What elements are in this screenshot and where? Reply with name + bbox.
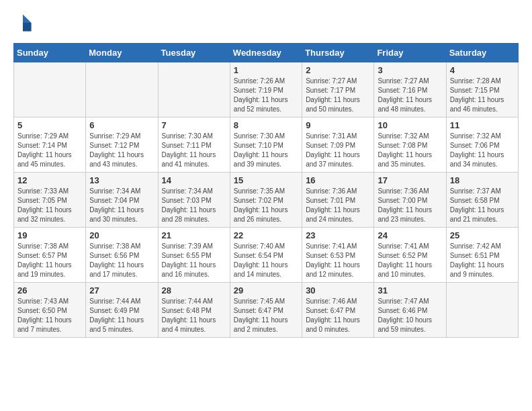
day-number: 12 bbox=[17, 175, 82, 185]
day-info: Sunrise: 7:27 AM Sunset: 7:17 PM Dayligh… bbox=[306, 77, 370, 114]
logo-icon bbox=[13, 13, 32, 32]
calendar-row-3: 19Sunrise: 7:38 AM Sunset: 6:57 PM Dayli… bbox=[14, 228, 519, 283]
day-info: Sunrise: 7:34 AM Sunset: 7:04 PM Dayligh… bbox=[89, 187, 154, 224]
calendar-cell: 23Sunrise: 7:41 AM Sunset: 6:53 PM Dayli… bbox=[302, 228, 374, 283]
day-number: 7 bbox=[162, 120, 226, 130]
calendar-row-1: 5Sunrise: 7:29 AM Sunset: 7:14 PM Daylig… bbox=[14, 118, 519, 173]
calendar-cell: 8Sunrise: 7:30 AM Sunset: 7:10 PM Daylig… bbox=[230, 118, 302, 173]
svg-marker-0 bbox=[23, 14, 32, 23]
day-number: 14 bbox=[162, 175, 226, 185]
day-info: Sunrise: 7:41 AM Sunset: 6:53 PM Dayligh… bbox=[306, 242, 370, 279]
day-number: 13 bbox=[89, 175, 154, 185]
calendar-cell: 16Sunrise: 7:36 AM Sunset: 7:01 PM Dayli… bbox=[302, 173, 374, 228]
day-number: 20 bbox=[89, 230, 154, 240]
calendar-cell: 28Sunrise: 7:44 AM Sunset: 6:48 PM Dayli… bbox=[158, 283, 230, 338]
calendar-cell: 2Sunrise: 7:27 AM Sunset: 7:17 PM Daylig… bbox=[302, 62, 374, 118]
day-number: 21 bbox=[162, 230, 226, 240]
calendar-row-4: 26Sunrise: 7:43 AM Sunset: 6:50 PM Dayli… bbox=[14, 283, 519, 338]
day-info: Sunrise: 7:30 AM Sunset: 7:10 PM Dayligh… bbox=[234, 132, 298, 169]
calendar-cell: 20Sunrise: 7:38 AM Sunset: 6:56 PM Dayli… bbox=[86, 228, 158, 283]
day-info: Sunrise: 7:28 AM Sunset: 7:15 PM Dayligh… bbox=[450, 77, 515, 114]
calendar-cell: 13Sunrise: 7:34 AM Sunset: 7:04 PM Dayli… bbox=[86, 173, 158, 228]
day-info: Sunrise: 7:44 AM Sunset: 6:49 PM Dayligh… bbox=[89, 297, 154, 334]
day-number: 22 bbox=[234, 230, 298, 240]
day-number: 5 bbox=[17, 120, 82, 130]
calendar-cell: 11Sunrise: 7:32 AM Sunset: 7:06 PM Dayli… bbox=[446, 118, 518, 173]
day-number: 1 bbox=[234, 65, 298, 75]
calendar-cell: 15Sunrise: 7:35 AM Sunset: 7:02 PM Dayli… bbox=[230, 173, 302, 228]
calendar-cell bbox=[14, 62, 86, 118]
calendar-cell bbox=[158, 62, 230, 118]
day-info: Sunrise: 7:35 AM Sunset: 7:02 PM Dayligh… bbox=[234, 187, 298, 224]
calendar-cell: 6Sunrise: 7:29 AM Sunset: 7:12 PM Daylig… bbox=[86, 118, 158, 173]
day-number: 16 bbox=[306, 175, 370, 185]
calendar-cell: 10Sunrise: 7:32 AM Sunset: 7:08 PM Dayli… bbox=[374, 118, 446, 173]
day-info: Sunrise: 7:46 AM Sunset: 6:47 PM Dayligh… bbox=[306, 297, 370, 334]
day-number: 28 bbox=[162, 285, 226, 295]
calendar-cell: 30Sunrise: 7:46 AM Sunset: 6:47 PM Dayli… bbox=[302, 283, 374, 338]
calendar-cell: 31Sunrise: 7:47 AM Sunset: 6:46 PM Dayli… bbox=[374, 283, 446, 338]
header-row: SundayMondayTuesdayWednesdayThursdayFrid… bbox=[14, 44, 519, 62]
calendar-cell bbox=[86, 62, 158, 118]
day-info: Sunrise: 7:37 AM Sunset: 6:58 PM Dayligh… bbox=[450, 187, 515, 224]
day-info: Sunrise: 7:36 AM Sunset: 7:00 PM Dayligh… bbox=[378, 187, 442, 224]
day-info: Sunrise: 7:33 AM Sunset: 7:05 PM Dayligh… bbox=[17, 187, 82, 224]
svg-marker-1 bbox=[23, 23, 32, 32]
day-number: 25 bbox=[450, 230, 515, 240]
day-number: 31 bbox=[378, 285, 442, 295]
calendar-cell: 17Sunrise: 7:36 AM Sunset: 7:00 PM Dayli… bbox=[374, 173, 446, 228]
day-number: 17 bbox=[378, 175, 442, 185]
day-info: Sunrise: 7:40 AM Sunset: 6:54 PM Dayligh… bbox=[234, 242, 298, 279]
day-number: 2 bbox=[306, 65, 370, 75]
header-saturday: Saturday bbox=[446, 44, 518, 62]
day-info: Sunrise: 7:42 AM Sunset: 6:51 PM Dayligh… bbox=[450, 242, 515, 279]
day-number: 26 bbox=[17, 285, 82, 295]
page-header bbox=[13, 13, 519, 32]
calendar-cell: 18Sunrise: 7:37 AM Sunset: 6:58 PM Dayli… bbox=[446, 173, 518, 228]
calendar-cell: 21Sunrise: 7:39 AM Sunset: 6:55 PM Dayli… bbox=[158, 228, 230, 283]
header-monday: Monday bbox=[86, 44, 158, 62]
day-info: Sunrise: 7:47 AM Sunset: 6:46 PM Dayligh… bbox=[378, 297, 442, 334]
day-number: 10 bbox=[378, 120, 442, 130]
calendar-cell: 5Sunrise: 7:29 AM Sunset: 7:14 PM Daylig… bbox=[14, 118, 86, 173]
calendar-cell bbox=[446, 283, 518, 338]
calendar-cell: 14Sunrise: 7:34 AM Sunset: 7:03 PM Dayli… bbox=[158, 173, 230, 228]
day-number: 11 bbox=[450, 120, 515, 130]
day-info: Sunrise: 7:26 AM Sunset: 7:19 PM Dayligh… bbox=[234, 77, 298, 114]
day-number: 6 bbox=[89, 120, 154, 130]
header-thursday: Thursday bbox=[302, 44, 374, 62]
header-wednesday: Wednesday bbox=[230, 44, 302, 62]
day-info: Sunrise: 7:29 AM Sunset: 7:14 PM Dayligh… bbox=[17, 132, 82, 169]
calendar-row-0: 1Sunrise: 7:26 AM Sunset: 7:19 PM Daylig… bbox=[14, 62, 519, 118]
day-number: 18 bbox=[450, 175, 515, 185]
day-number: 3 bbox=[378, 65, 442, 75]
calendar-cell: 27Sunrise: 7:44 AM Sunset: 6:49 PM Dayli… bbox=[86, 283, 158, 338]
day-info: Sunrise: 7:31 AM Sunset: 7:09 PM Dayligh… bbox=[306, 132, 370, 169]
day-number: 4 bbox=[450, 65, 515, 75]
calendar-cell: 4Sunrise: 7:28 AM Sunset: 7:15 PM Daylig… bbox=[446, 62, 518, 118]
calendar-cell: 22Sunrise: 7:40 AM Sunset: 6:54 PM Dayli… bbox=[230, 228, 302, 283]
calendar-cell: 26Sunrise: 7:43 AM Sunset: 6:50 PM Dayli… bbox=[14, 283, 86, 338]
day-number: 23 bbox=[306, 230, 370, 240]
day-number: 8 bbox=[234, 120, 298, 130]
header-sunday: Sunday bbox=[14, 44, 86, 62]
day-info: Sunrise: 7:29 AM Sunset: 7:12 PM Dayligh… bbox=[89, 132, 154, 169]
day-info: Sunrise: 7:30 AM Sunset: 7:11 PM Dayligh… bbox=[162, 132, 226, 169]
day-number: 30 bbox=[306, 285, 370, 295]
calendar-cell: 1Sunrise: 7:26 AM Sunset: 7:19 PM Daylig… bbox=[230, 62, 302, 118]
calendar-cell: 29Sunrise: 7:45 AM Sunset: 6:47 PM Dayli… bbox=[230, 283, 302, 338]
header-friday: Friday bbox=[374, 44, 446, 62]
day-info: Sunrise: 7:34 AM Sunset: 7:03 PM Dayligh… bbox=[162, 187, 226, 224]
calendar-cell: 3Sunrise: 7:27 AM Sunset: 7:16 PM Daylig… bbox=[374, 62, 446, 118]
header-tuesday: Tuesday bbox=[158, 44, 230, 62]
day-info: Sunrise: 7:45 AM Sunset: 6:47 PM Dayligh… bbox=[234, 297, 298, 334]
day-info: Sunrise: 7:32 AM Sunset: 7:08 PM Dayligh… bbox=[378, 132, 442, 169]
calendar-row-2: 12Sunrise: 7:33 AM Sunset: 7:05 PM Dayli… bbox=[14, 173, 519, 228]
calendar-cell: 24Sunrise: 7:41 AM Sunset: 6:52 PM Dayli… bbox=[374, 228, 446, 283]
day-info: Sunrise: 7:38 AM Sunset: 6:57 PM Dayligh… bbox=[17, 242, 82, 279]
calendar-cell: 9Sunrise: 7:31 AM Sunset: 7:09 PM Daylig… bbox=[302, 118, 374, 173]
day-number: 19 bbox=[17, 230, 82, 240]
day-number: 29 bbox=[234, 285, 298, 295]
day-info: Sunrise: 7:38 AM Sunset: 6:56 PM Dayligh… bbox=[89, 242, 154, 279]
calendar-cell: 25Sunrise: 7:42 AM Sunset: 6:51 PM Dayli… bbox=[446, 228, 518, 283]
